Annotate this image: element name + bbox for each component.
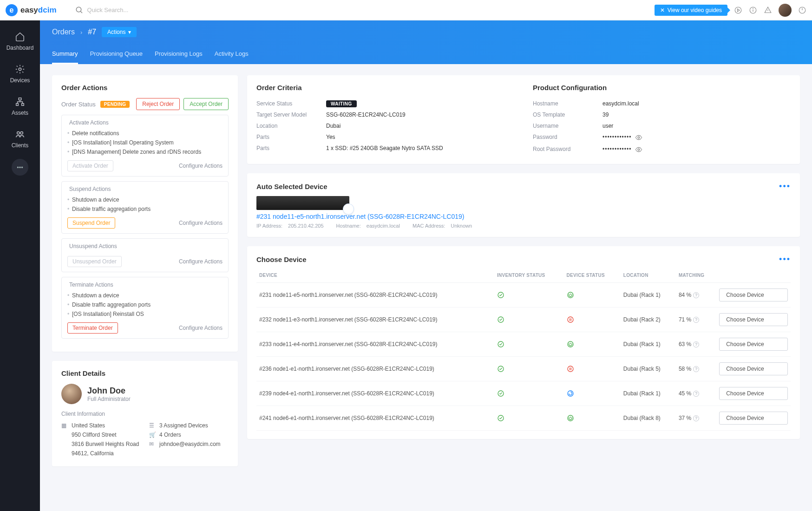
configure-actions-link[interactable]: Configure Actions xyxy=(179,220,223,226)
tab-activity-logs[interactable]: Activity Logs xyxy=(215,46,249,64)
help-icon[interactable]: ? xyxy=(693,366,699,372)
building-icon: ▦ xyxy=(61,422,68,429)
order-criteria-title: Order Criteria xyxy=(256,84,514,92)
action-item: Disable traffic aggregation ports xyxy=(67,204,223,214)
terminate-order-button[interactable]: Terminate Order xyxy=(67,322,118,334)
network-icon xyxy=(15,97,25,107)
configure-actions-link[interactable]: Configure Actions xyxy=(179,163,223,169)
config-value: easydcim.local xyxy=(602,100,791,107)
device-name-cell[interactable]: #239 node4-e1-north1.ironserver.net (SSG… xyxy=(256,381,494,406)
choose-device-button[interactable]: Choose Device xyxy=(719,313,788,326)
help-icon[interactable]: ? xyxy=(693,292,699,298)
product-config-title: Product Configuration xyxy=(533,84,791,92)
choose-device-button[interactable]: Choose Device xyxy=(719,338,788,351)
device-name-cell[interactable]: #233 node11-e4-north1.ironserver.net (SS… xyxy=(256,332,494,357)
search-input[interactable] xyxy=(87,7,180,13)
config-row: Hostnameeasydcim.local xyxy=(533,98,791,109)
power-icon[interactable] xyxy=(798,6,806,14)
help-icon[interactable]: ? xyxy=(693,317,699,323)
order-status-label: Order Status xyxy=(61,101,96,108)
action-item: Shutdown a device xyxy=(67,195,223,204)
client-email[interactable]: ✉ johndoe@easydcim.com xyxy=(149,439,229,449)
configure-actions-link[interactable]: Configure Actions xyxy=(179,258,223,265)
logo[interactable]: e easydcim xyxy=(6,4,57,16)
config-row: OS Template39 xyxy=(533,109,791,120)
configure-actions-link[interactable]: Configure Actions xyxy=(179,325,223,331)
status-icon xyxy=(497,365,504,373)
table-header: DEVICE STATUS xyxy=(564,268,621,283)
search-icon xyxy=(75,6,84,14)
play-icon[interactable] xyxy=(734,6,742,14)
help-icon[interactable]: ? xyxy=(693,415,699,421)
tab-provisioning-queue[interactable]: Provisioning Queue xyxy=(90,46,143,64)
svg-rect-12 xyxy=(22,104,24,106)
reject-order-button[interactable]: Reject Order xyxy=(136,98,180,110)
suspend-order-button[interactable]: Suspend Order xyxy=(67,217,115,229)
matching-cell: 37 %? xyxy=(676,406,716,431)
status-icon xyxy=(497,390,504,397)
breadcrumb-orders[interactable]: Orders xyxy=(52,28,75,36)
device-name-cell[interactable]: #241 node6-e1-north1.ironserver.net (SSG… xyxy=(256,406,494,431)
tab-summary[interactable]: Summary xyxy=(52,46,78,64)
device-name-cell[interactable]: #231 node11-e5-north1.ironserver.net (SS… xyxy=(256,283,494,308)
kebab-menu[interactable]: ••• xyxy=(779,182,791,191)
breadcrumb: Orders › #7 Actions ▾ xyxy=(52,27,800,37)
action-group: Activate ActionsDelete notifications[OS … xyxy=(61,115,229,177)
action-group-title: Unsuspend Actions xyxy=(67,243,119,249)
client-devices[interactable]: ☰ 3 Assigned Devices xyxy=(149,421,229,430)
device-name-cell[interactable]: #236 node1-e1-north1.ironserver.net (SSG… xyxy=(256,357,494,381)
avatar[interactable] xyxy=(779,4,792,17)
kebab-menu[interactable]: ••• xyxy=(779,255,791,264)
sidebar-item-devices[interactable]: Devices xyxy=(0,59,40,89)
client-details-title: Client Details xyxy=(61,369,229,377)
matching-cell: 63 %? xyxy=(676,332,716,357)
inventory-status-cell xyxy=(494,308,564,332)
video-guides-button[interactable]: ✕ View our video guides xyxy=(655,5,727,16)
choose-device-button[interactable]: Choose Device xyxy=(719,412,788,425)
inventory-status-cell xyxy=(494,406,564,431)
action-item: [OS Installation] Reinstall OS xyxy=(67,309,223,319)
inventory-status-cell xyxy=(494,357,564,381)
choose-device-button[interactable]: Choose Device xyxy=(719,288,788,301)
criteria-label: Target Server Model xyxy=(256,111,326,118)
config-row: Root Password•••••••••••• xyxy=(533,144,791,156)
actions-dropdown[interactable]: Actions ▾ xyxy=(102,27,137,37)
server-icon: ☰ xyxy=(149,422,156,429)
info-icon[interactable] xyxy=(749,6,757,14)
action-group-title: Activate Actions xyxy=(67,119,111,126)
config-label: OS Template xyxy=(533,111,602,118)
sidebar-item-clients[interactable]: Clients xyxy=(0,124,40,154)
location-cell: Dubai (Rack 1) xyxy=(621,381,676,406)
matching-cell: 84 %? xyxy=(676,283,716,308)
table-header xyxy=(716,268,791,283)
help-icon[interactable]: ? xyxy=(693,341,699,347)
client-name[interactable]: John Doe xyxy=(87,386,131,396)
client-address-line: 94612, California xyxy=(61,449,141,458)
device-status-cell xyxy=(564,357,621,381)
device-name-cell[interactable]: #232 node11-e3-north1.ironserver.net (SS… xyxy=(256,308,494,332)
auto-device-link[interactable]: #231 node11-e5-north1.ironserver.net (SS… xyxy=(256,213,791,220)
svg-rect-11 xyxy=(16,104,19,106)
choose-device-button[interactable]: Choose Device xyxy=(719,362,788,375)
client-avatar[interactable] xyxy=(61,384,82,404)
order-actions-title: Order Actions xyxy=(61,84,229,92)
eye-icon[interactable] xyxy=(635,146,642,153)
page-header: Orders › #7 Actions ▾ SummaryProvisionin… xyxy=(40,20,812,64)
home-icon xyxy=(15,32,25,42)
choose-device-button[interactable]: Choose Device xyxy=(719,387,788,400)
sidebar-item-assets[interactable]: Assets xyxy=(0,91,40,122)
inventory-status-cell xyxy=(494,332,564,357)
device-status-cell xyxy=(564,308,621,332)
help-icon[interactable]: ? xyxy=(693,391,699,397)
sidebar-item-dashboard[interactable]: Dashboard xyxy=(0,26,40,57)
client-orders[interactable]: 🛒 4 Orders xyxy=(149,430,229,439)
eye-icon[interactable] xyxy=(635,134,642,141)
alert-icon[interactable] xyxy=(764,6,772,14)
location-cell: Dubai (Rack 1) xyxy=(621,332,676,357)
table-header: DEVICE xyxy=(256,268,494,283)
accept-order-button[interactable]: Accept Order xyxy=(183,98,229,110)
tab-provisioning-logs[interactable]: Provisioning Logs xyxy=(155,46,203,64)
svg-point-13 xyxy=(17,132,20,135)
search-box[interactable] xyxy=(75,6,655,14)
sidebar-more[interactable]: ••• xyxy=(12,159,28,176)
